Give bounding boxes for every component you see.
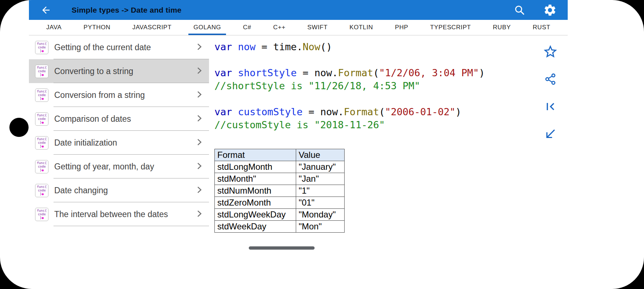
- table-header-row: FormatValue: [215, 149, 345, 161]
- search-icon: [514, 4, 525, 16]
- action-rail: [542, 43, 559, 143]
- first-page-icon: [543, 99, 558, 114]
- content-panel: var now = time.Now() var shortStyle = no…: [214, 35, 562, 239]
- tab-6-swift[interactable]: SWIFT: [302, 20, 333, 35]
- tab-7-kotlin[interactable]: KOTLIN: [345, 20, 378, 35]
- tab-11-rust[interactable]: RUST: [528, 20, 555, 35]
- func-code-icon: func{code}●: [35, 41, 48, 54]
- func-code-icon: func{code}●: [35, 89, 48, 102]
- table-row-3: stdZeroMonth"01": [215, 197, 345, 209]
- table-cell: "01": [296, 197, 345, 209]
- topic-label: Comparison of dates: [54, 114, 194, 124]
- code-line-0: var now = time.Now(): [214, 40, 562, 53]
- chevron-right-icon: [194, 161, 204, 172]
- topic-list: func{code}●Getting of the current datefu…: [29, 35, 209, 226]
- table-cell: "1": [296, 185, 345, 197]
- language-tab-bar: JAVAPYTHONJAVASCRIPTGOLANGC#C++SWIFTKOTL…: [29, 20, 568, 35]
- topic-label: Conversion from a string: [54, 90, 194, 100]
- page-title: Simple types -> Date and time: [72, 6, 182, 14]
- table-cell: stdNumMonth: [215, 185, 296, 197]
- table-cell: stdLongWeekDay: [215, 209, 296, 221]
- func-code-icon: func{code}●: [35, 112, 48, 126]
- tab-3-golang[interactable]: GOLANG: [188, 20, 226, 35]
- topic-item-conversion-from-a-string[interactable]: func{code}●Conversion from a string: [29, 83, 209, 107]
- topic-label: Getting of year, month, day: [54, 162, 194, 172]
- table-row-4: stdLongWeekDay"Monday": [215, 209, 345, 221]
- table-cell: "Jan": [296, 173, 345, 185]
- collapse-button[interactable]: [542, 125, 559, 143]
- favorite-button[interactable]: [542, 43, 559, 60]
- topic-label: The interval between the dates: [54, 210, 194, 219]
- topic-label: Getting of the current date: [54, 43, 194, 52]
- chevron-right-icon: [194, 113, 204, 125]
- topic-item-getting-of-year-month-day[interactable]: func{code}●Getting of year, month, day: [29, 155, 209, 178]
- table-cell: stdLongMonth: [215, 161, 296, 173]
- chevron-right-icon: [194, 42, 204, 53]
- chevron-right-icon: [194, 209, 204, 220]
- topic-item-getting-of-the-current-date[interactable]: func{code}●Getting of the current date: [29, 35, 209, 59]
- gear-icon: [543, 3, 557, 17]
- topic-item-date-initialization[interactable]: func{code}●Date initialization: [29, 131, 209, 155]
- topic-label: Date initialization: [54, 138, 194, 148]
- tab-9-typescript[interactable]: TYPESCRIPT: [425, 20, 476, 35]
- topic-item-converting-to-a-string[interactable]: func{code}●Converting to a string: [29, 59, 209, 83]
- table-header-value: Value: [296, 149, 345, 161]
- table-cell: "Mon": [296, 221, 345, 233]
- tab-2-javascript[interactable]: JAVASCRIPT: [127, 20, 176, 35]
- star-icon: [542, 44, 558, 60]
- back-button[interactable]: [38, 3, 54, 18]
- topic-item-the-interval-between-the-dates[interactable]: func{code}●The interval between the date…: [29, 202, 209, 226]
- tab-8-php[interactable]: PHP: [390, 20, 413, 35]
- back-arrow-icon: [40, 5, 51, 16]
- app-bar: Simple types -> Date and time: [29, 0, 568, 20]
- table-cell: stdZeroMonth: [215, 197, 296, 209]
- share-icon: [544, 73, 557, 86]
- code-line-4: [214, 92, 562, 105]
- topic-item-date-changing[interactable]: func{code}●Date changing: [29, 178, 209, 202]
- table-cell: stdWeekDay: [215, 221, 296, 233]
- table-header-format: Format: [215, 149, 296, 161]
- home-indicator[interactable]: [249, 246, 315, 250]
- code-line-1: [214, 53, 562, 66]
- topic-label: Converting to a string: [54, 66, 194, 76]
- chevron-right-icon: [194, 90, 204, 101]
- code-line-2: var shortStyle = now.Format("1/2/06, 3:0…: [214, 66, 562, 79]
- search-button[interactable]: [511, 2, 528, 18]
- table-row-0: stdLongMonth"January": [215, 161, 345, 173]
- tab-5-c[interactable]: C++: [268, 20, 291, 35]
- camera-cutout: [9, 118, 29, 137]
- code-line-5: var customStyle = now.Format("2006-01-02…: [214, 105, 562, 118]
- tab-10-ruby[interactable]: RUBY: [488, 20, 516, 35]
- func-code-icon: func{code}●: [35, 208, 48, 221]
- chevron-right-icon: [194, 185, 204, 196]
- chevron-right-icon: [194, 137, 204, 148]
- format-table: FormatValuestdLongMonth"January"stdMonth…: [214, 149, 345, 233]
- tab-1-python[interactable]: PYTHON: [78, 20, 115, 35]
- table-row-2: stdNumMonth"1": [215, 185, 345, 197]
- topic-label: Date changing: [54, 186, 194, 195]
- code-line-6: //customStyle is "2018-11-26": [214, 118, 562, 131]
- tab-0-java[interactable]: JAVA: [41, 20, 67, 35]
- arrow-down-left-icon: [543, 127, 557, 141]
- settings-button[interactable]: [542, 2, 558, 18]
- table-cell: "January": [296, 161, 345, 173]
- table-cell: stdMonth": [215, 173, 296, 185]
- chevron-right-icon: [194, 66, 204, 77]
- func-code-icon: func{code}●: [35, 184, 48, 197]
- phone-screen: Simple types -> Date and time JAVAPYTHON…: [0, 0, 644, 289]
- tab-4-c[interactable]: C#: [238, 20, 256, 35]
- topic-item-comparison-of-dates[interactable]: func{code}●Comparison of dates: [29, 107, 209, 131]
- share-button[interactable]: [542, 70, 559, 88]
- code-block: var now = time.Now() var shortStyle = no…: [214, 35, 562, 131]
- func-code-icon: func{code}●: [35, 65, 48, 78]
- func-code-icon: func{code}●: [35, 160, 48, 173]
- table-cell: "Monday": [296, 209, 345, 221]
- code-line-3: //shortStyle is "11/26/18, 4:53 PM": [214, 79, 562, 92]
- table-row-1: stdMonth""Jan": [215, 173, 345, 185]
- skip-to-start-button[interactable]: [542, 98, 559, 115]
- table-row-5: stdWeekDay"Mon": [215, 221, 345, 233]
- func-code-icon: func{code}●: [35, 136, 48, 150]
